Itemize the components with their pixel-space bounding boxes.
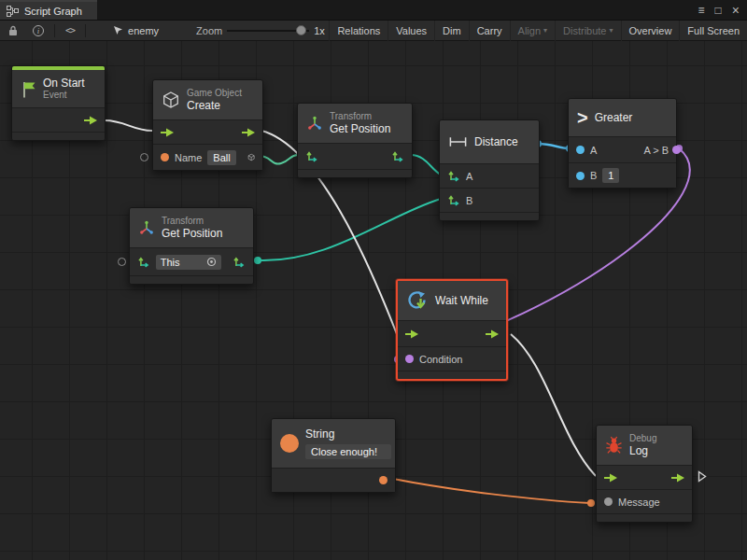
target-dropdown[interactable]: This [156, 255, 222, 270]
info-icon[interactable]: i [29, 21, 48, 41]
wire-getposition-to-distance-a[interactable] [411, 155, 441, 175]
node-title: Get Position [330, 122, 390, 135]
graph-canvas[interactable]: On Start Event Game Object Create Name [0, 41, 747, 560]
wire-distance-to-greater-a[interactable] [538, 144, 570, 148]
port-b-label: B [590, 170, 597, 181]
node-title: Distance [474, 135, 518, 148]
fullscreen-button[interactable]: Full Screen [679, 21, 747, 41]
bug-icon [605, 436, 623, 455]
number-input-port-b[interactable] [576, 172, 585, 180]
node-get-position-left[interactable]: Transform Get Position This [129, 207, 254, 285]
vector-input-port-b[interactable] [447, 193, 460, 207]
node-create[interactable]: Game Object Create Name Ball [152, 79, 263, 171]
transform-axes-icon [138, 220, 155, 236]
b-value-field[interactable]: 1 [602, 168, 619, 183]
string-output-port[interactable] [379, 476, 388, 484]
control-output-port[interactable] [84, 116, 97, 125]
lock-icon[interactable] [5, 21, 21, 41]
boolean-output-port[interactable] [672, 146, 681, 154]
node-title: On Start [43, 77, 85, 90]
node-debug-log[interactable]: Debug Log Message [596, 425, 693, 523]
condition-input-port[interactable] [405, 355, 414, 363]
node-title: Greater [595, 111, 633, 124]
node-category: Game Object [187, 88, 242, 99]
node-on-start[interactable]: On Start Event [11, 65, 106, 141]
chevron-down-icon: ▾ [610, 26, 613, 35]
name-port-label: Name [175, 152, 202, 163]
condition-port-label: Condition [419, 354, 462, 365]
node-header: Debug Log [597, 426, 692, 465]
target-value: This [161, 256, 180, 269]
wire-string-to-log[interactable] [393, 479, 590, 503]
align-button[interactable]: Align▾ [510, 21, 555, 41]
zoom-slider[interactable] [227, 21, 309, 41]
string-value-field[interactable]: Close enough! [305, 444, 391, 459]
values-button[interactable]: Values [388, 21, 434, 41]
control-input-port[interactable] [604, 473, 617, 483]
window-title: Script Graph [24, 6, 82, 17]
node-title: Wait While [435, 294, 488, 307]
node-greater[interactable]: > Greater A A > B B 1 [568, 98, 677, 189]
vector-output-port[interactable] [391, 149, 404, 163]
flow-continue-icon [698, 470, 707, 483]
message-input-port[interactable] [604, 497, 613, 506]
chevron-down-icon: ▾ [543, 26, 547, 35]
node-category: Debug [629, 433, 656, 444]
maximize-icon[interactable]: □ [715, 5, 722, 16]
toolbar-separator [54, 24, 55, 37]
control-output-port[interactable] [486, 329, 499, 339]
wire-waitwhile-to-log[interactable] [511, 334, 596, 476]
wire-endpoint-dot [254, 257, 261, 264]
node-get-position-top[interactable]: Transform Get Position [297, 103, 413, 178]
node-footer [597, 513, 692, 522]
relations-button[interactable]: Relations [329, 21, 388, 41]
control-input-port[interactable] [161, 128, 174, 137]
greater-icon: > [577, 108, 588, 127]
node-footer [440, 212, 539, 220]
node-header: Distance [440, 120, 539, 163]
zoom-value: 1x [314, 25, 325, 36]
control-input-port[interactable] [405, 329, 418, 339]
carry-button[interactable]: Carry [469, 21, 510, 41]
port-b-label: B [466, 195, 472, 206]
graph-breadcrumb[interactable]: enemy [113, 25, 159, 36]
window-tab[interactable]: Script Graph [0, 0, 97, 20]
node-string[interactable]: String Close enough! [271, 418, 396, 493]
node-footer [12, 132, 105, 140]
window-controls: ≡ □ × [698, 0, 747, 20]
node-footer [398, 371, 506, 379]
wire-onstart-to-create[interactable] [105, 120, 152, 131]
graph-toolbar: i <> enemy Zoom 1x Relations Values Dim … [0, 21, 747, 41]
code-icon[interactable]: <> [62, 21, 78, 41]
vector-output-port[interactable] [233, 255, 246, 269]
control-output-port[interactable] [242, 128, 255, 137]
gameobject-output-port[interactable] [247, 150, 255, 164]
wire-create-to-getposition[interactable] [260, 155, 299, 164]
node-header: On Start Event [12, 70, 105, 107]
toolbar-buttons: Relations Values Dim Carry Align▾ Distri… [329, 21, 747, 41]
unconnected-port-dot[interactable] [140, 153, 148, 161]
message-port-label: Message [618, 497, 660, 508]
node-header: Wait While [398, 281, 506, 320]
transform-input-port[interactable] [305, 149, 318, 163]
overview-button[interactable]: Overview [621, 21, 680, 41]
window-menu-icon[interactable]: ≡ [698, 5, 705, 16]
node-header: > Greater [569, 99, 676, 136]
vector-input-port-a[interactable] [447, 169, 460, 183]
name-input-port[interactable] [161, 153, 169, 161]
node-distance[interactable]: Distance A B [439, 119, 540, 221]
string-icon [280, 434, 299, 453]
node-title: Get Position [162, 227, 222, 240]
unconnected-port-dot[interactable] [118, 258, 126, 266]
node-wait-while[interactable]: Wait While Condition [396, 279, 508, 381]
close-icon[interactable]: × [732, 4, 740, 17]
transform-input-port[interactable] [137, 255, 150, 269]
number-input-port-a[interactable] [576, 146, 585, 154]
distribute-button[interactable]: Distribute▾ [555, 21, 620, 41]
name-field[interactable]: Ball [207, 150, 235, 165]
node-subtitle: Event [43, 90, 85, 101]
control-output-port[interactable] [671, 473, 684, 483]
zoom-slider-knob[interactable] [296, 25, 306, 35]
dim-button[interactable]: Dim [434, 21, 469, 41]
zoom-label: Zoom [196, 25, 222, 36]
